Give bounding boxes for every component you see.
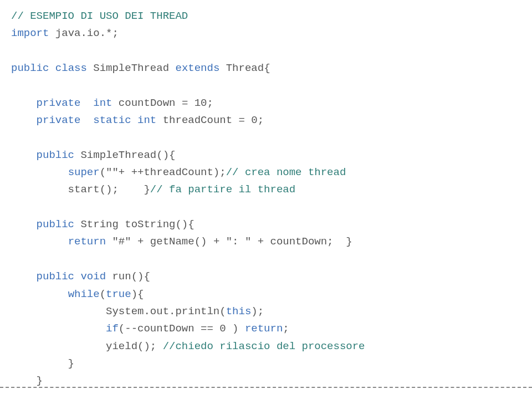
code-segment [11, 114, 37, 126]
code-segment: } [11, 357, 74, 370]
code-segment: this [226, 305, 252, 318]
code-line: import java.io.*; [11, 25, 521, 42]
code-segment [11, 270, 37, 283]
code-line: start(); }// fa partire il thread [11, 181, 521, 198]
code-line: return "#" + getName() + ": " + countDow… [11, 233, 521, 250]
code-segment [80, 114, 93, 126]
code-line [11, 77, 521, 94]
code-segment: String toString(){ [74, 218, 195, 231]
code-line: public String toString(){ [11, 216, 521, 233]
code-line: public SimpleThread(){ [11, 147, 521, 164]
code-segment: private [37, 97, 81, 109]
code-segment: while [68, 288, 100, 300]
code-line [11, 251, 521, 268]
code-segment [11, 149, 37, 161]
bottom-border [0, 387, 532, 388]
code-segment: true [106, 288, 131, 300]
code-segment: threadCount = 0; [156, 114, 264, 126]
code-line: while(true){ [11, 286, 521, 303]
code-line: // ESEMPIO DI USO DEI THREAD [11, 8, 521, 25]
code-segment: ){ [131, 288, 144, 300]
code-segment: int [93, 97, 112, 109]
code-line: if(--countDown == 0 ) return; [11, 320, 521, 337]
code-segment [11, 323, 106, 335]
code-segment: extends [175, 62, 219, 74]
code-segment: run(){ [106, 270, 150, 283]
code-line: public class SimpleThread extends Thread… [11, 60, 521, 77]
code-segment: return [245, 323, 283, 335]
code-segment: public [11, 62, 49, 74]
code-line: } [11, 355, 521, 372]
code-segment [11, 236, 68, 248]
code-line: yield(); //chiedo rilascio del processor… [11, 338, 521, 355]
code-segment: public [37, 149, 74, 161]
code-segment [11, 288, 68, 300]
code-segment: ); [251, 305, 264, 318]
code-line [11, 199, 521, 216]
code-segment: import [11, 27, 49, 39]
code-line [11, 390, 521, 399]
code-segment [11, 166, 68, 178]
code-segment [11, 218, 37, 231]
code-segment: // crea nome thread [226, 166, 346, 178]
code-line [11, 43, 521, 60]
code-segment: ; [283, 323, 289, 335]
code-segment: return [68, 236, 106, 248]
code-segment: // fa partire il thread [150, 183, 295, 196]
code-segment: ( [100, 288, 106, 300]
code-segment: public [37, 270, 74, 283]
code-segment [11, 97, 37, 109]
code-line: System.out.println(this); [11, 303, 521, 320]
code-line: private int countDown = 10; [11, 95, 521, 112]
code-segment: } [11, 375, 43, 387]
code-segment [74, 270, 80, 283]
code-line: super(""+ ++threadCount);// crea nome th… [11, 164, 521, 181]
code-segment: java.io.*; [49, 27, 118, 39]
code-segment: yield(); [11, 340, 163, 352]
code-segment: super [68, 166, 100, 178]
code-block: // ESEMPIO DI USO DEI THREADimport java.… [0, 0, 532, 399]
code-segment: // ESEMPIO DI USO DEI THREAD [11, 10, 188, 22]
code-segment: if [106, 323, 119, 335]
code-line: private static int threadCount = 0; [11, 112, 521, 129]
code-segment: (""+ ++threadCount); [100, 166, 226, 178]
code-segment: start(); } [11, 183, 150, 196]
code-segment: "#" + getName() + ": " + countDown; } [106, 236, 352, 248]
code-segment: //chiedo rilascio del processore [163, 340, 365, 352]
code-segment: countDown = 10; [112, 97, 213, 109]
code-segment: SimpleThread(){ [74, 149, 175, 161]
code-segment [49, 62, 55, 74]
code-segment: (--countDown == 0 ) [119, 323, 245, 335]
code-segment: SimpleThread [87, 62, 176, 74]
code-segment: System.out.println( [11, 305, 226, 318]
code-segment: Thread{ [219, 62, 270, 74]
code-segment: private [37, 114, 81, 126]
code-segment: void [80, 270, 106, 283]
code-segment: public [37, 218, 74, 231]
code-segment: class [55, 62, 87, 74]
code-segment: static int [93, 114, 156, 126]
code-segment [80, 97, 93, 109]
code-line: public void run(){ [11, 268, 521, 285]
code-line [11, 129, 521, 146]
